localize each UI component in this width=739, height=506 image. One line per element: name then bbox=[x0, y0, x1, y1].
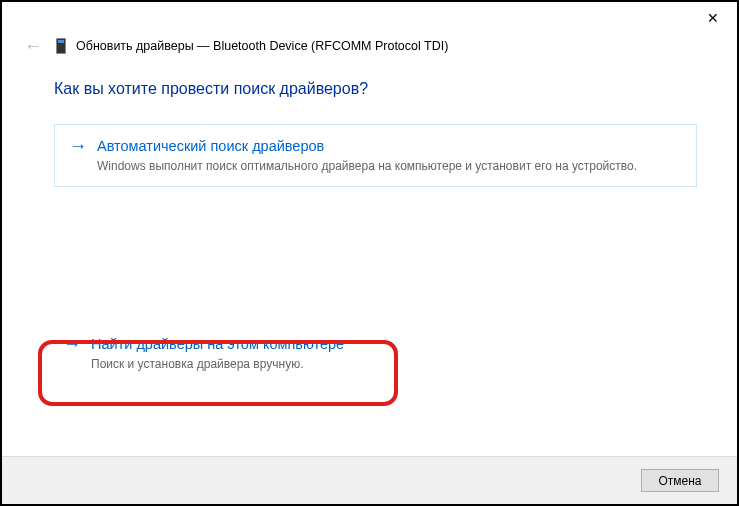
device-icon bbox=[56, 38, 66, 54]
content-area: Как вы хотите провести поиск драйверов? … bbox=[2, 58, 737, 456]
titlebar: ✕ bbox=[2, 2, 737, 34]
dialog-window: ✕ ← Обновить драйверы — Bluetooth Device… bbox=[2, 2, 737, 504]
cancel-button[interactable]: Отмена bbox=[641, 469, 719, 492]
close-button[interactable]: ✕ bbox=[703, 8, 723, 28]
option-auto-search[interactable]: → Автоматический поиск драйверов Windows… bbox=[54, 124, 697, 187]
option-body: Автоматический поиск драйверов Windows в… bbox=[97, 135, 637, 174]
arrow-right-icon: → bbox=[69, 135, 87, 157]
arrow-right-icon: → bbox=[63, 333, 81, 355]
option-auto-title: Автоматический поиск драйверов bbox=[97, 135, 637, 157]
header-row: ← Обновить драйверы — Bluetooth Device (… bbox=[2, 34, 737, 58]
option-manual-desc: Поиск и установка драйвера вручную. bbox=[91, 357, 344, 372]
window-frame: ✕ ← Обновить драйверы — Bluetooth Device… bbox=[0, 0, 739, 506]
option-row: → Найти драйверы на этом компьютере Поис… bbox=[63, 333, 373, 372]
option-row: → Автоматический поиск драйверов Windows… bbox=[69, 135, 682, 174]
page-heading: Как вы хотите провести поиск драйверов? bbox=[54, 80, 697, 98]
header-title: Обновить драйверы — Bluetooth Device (RF… bbox=[76, 39, 448, 53]
option-manual-search[interactable]: → Найти драйверы на этом компьютере Поис… bbox=[48, 322, 388, 385]
footer-bar: Отмена bbox=[2, 456, 737, 504]
option-manual-title: Найти драйверы на этом компьютере bbox=[91, 333, 344, 355]
option-auto-desc: Windows выполнит поиск оптимального драй… bbox=[97, 159, 637, 174]
option-body: Найти драйверы на этом компьютере Поиск … bbox=[91, 333, 344, 372]
close-icon: ✕ bbox=[707, 11, 719, 25]
back-arrow-icon[interactable]: ← bbox=[20, 37, 46, 55]
